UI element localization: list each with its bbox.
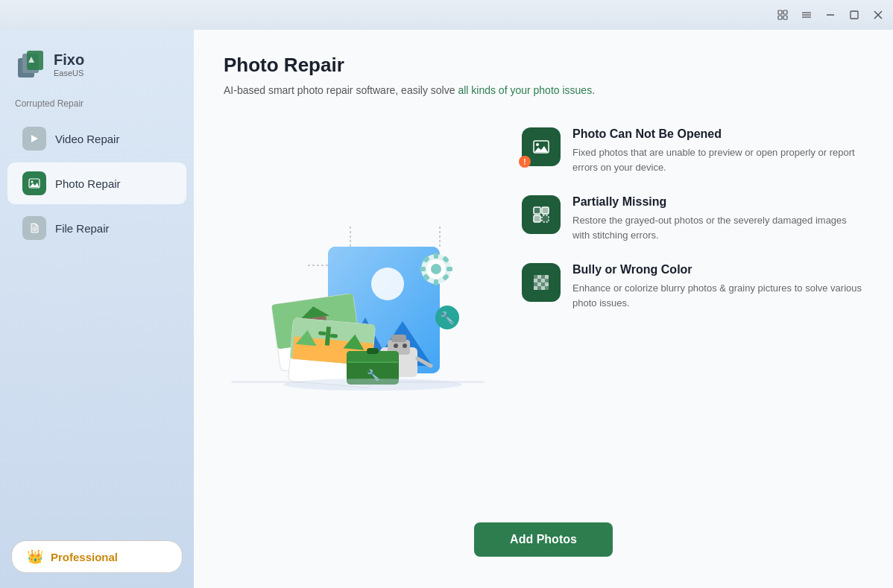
add-photos-button[interactable]: Add Photos	[474, 522, 613, 557]
svg-rect-73	[542, 207, 549, 214]
page-title: Photo Repair	[224, 54, 863, 77]
svg-rect-76	[534, 275, 537, 279]
subtitle-highlight: all kinds of your photo issues	[458, 84, 592, 96]
svg-rect-49	[318, 331, 326, 335]
svg-rect-77	[537, 275, 541, 279]
file-repair-icon	[22, 216, 46, 240]
feature-desc-1: Fixed photos that are unable to preview …	[572, 145, 863, 174]
svg-rect-33	[446, 267, 452, 271]
svg-rect-79	[545, 275, 549, 279]
illustration-area: 🔧	[224, 120, 492, 508]
feature-icon-wrap-1: !	[522, 127, 561, 166]
sidebar-item-photo-repair[interactable]: Photo Repair	[7, 162, 186, 204]
svg-point-70	[536, 143, 539, 146]
svg-rect-84	[534, 282, 537, 286]
svg-point-65	[283, 379, 462, 391]
close-icon[interactable]	[872, 9, 884, 21]
app-body: Fixo EaseUS Corrupted Repair Video Repai…	[0, 30, 893, 588]
illustration-svg: 🔧	[231, 202, 485, 426]
features-area: ! Photo Can Not Be Opened Fixed photos t…	[522, 120, 863, 508]
main-content: Photo Repair AI-based smart photo repair…	[194, 30, 893, 588]
sidebar-section-label: Corrupted Repair	[0, 98, 194, 116]
svg-rect-86	[541, 282, 545, 286]
feature-item-wrong-color: Bully or Wrong Color Enhance or colorize…	[522, 263, 863, 310]
svg-rect-74	[534, 215, 540, 222]
feature-icon-wrap-2	[522, 195, 561, 234]
svg-rect-13	[27, 51, 43, 70]
svg-rect-85	[537, 282, 541, 286]
wrong-color-icon	[522, 263, 561, 302]
svg-marker-71	[534, 146, 548, 152]
svg-rect-89	[537, 286, 541, 290]
logo-name: Fixo	[54, 51, 84, 69]
feature-badge-1: !	[519, 156, 531, 168]
feature-text-3: Bully or Wrong Color Enhance or colorize…	[572, 263, 863, 310]
sidebar: Fixo EaseUS Corrupted Repair Video Repai…	[0, 30, 194, 588]
professional-button[interactable]: 👑 Professional	[11, 540, 183, 573]
add-photos-wrap: Add Photos	[224, 508, 863, 564]
svg-marker-15	[31, 135, 38, 142]
logo-sub: EaseUS	[54, 69, 84, 78]
svg-rect-88	[534, 286, 537, 290]
svg-rect-55	[391, 335, 406, 342]
subtitle-start: AI-based smart photo repair software, ea…	[224, 84, 458, 96]
feature-text-2: Partially Missing Restore the grayed-out…	[572, 195, 863, 242]
feature-title-2: Partially Missing	[572, 195, 863, 209]
svg-rect-1	[783, 10, 787, 14]
svg-rect-32	[420, 267, 426, 271]
svg-point-24	[371, 268, 404, 300]
svg-point-29	[431, 264, 441, 274]
minimize-icon[interactable]	[824, 9, 836, 21]
feature-item-partially-missing: Partially Missing Restore the grayed-out…	[522, 195, 863, 242]
sidebar-item-label: File Repair	[55, 222, 110, 235]
svg-rect-30	[434, 253, 438, 259]
window-controls	[777, 9, 884, 21]
feature-title-1: Photo Can Not Be Opened	[572, 127, 863, 141]
svg-rect-31	[434, 279, 438, 285]
sidebar-item-label: Photo Repair	[55, 177, 121, 190]
crown-icon: 👑	[27, 549, 43, 565]
svg-rect-8	[851, 11, 858, 19]
svg-rect-2	[778, 16, 782, 19]
sidebar-item-file-repair[interactable]: File Repair	[7, 207, 186, 249]
grid-icon[interactable]	[777, 9, 789, 21]
svg-point-17	[31, 181, 34, 183]
logo-text: Fixo EaseUS	[54, 51, 84, 78]
sidebar-item-label: Video Repair	[55, 133, 119, 145]
svg-rect-3	[783, 16, 787, 19]
logo-icon	[15, 48, 48, 80]
partially-missing-icon	[522, 195, 561, 234]
menu-icon[interactable]	[801, 9, 812, 21]
svg-rect-50	[330, 334, 338, 338]
feature-icon-wrap-3	[522, 263, 561, 302]
feature-item-cannot-open: ! Photo Can Not Be Opened Fixed photos t…	[522, 127, 863, 174]
svg-rect-87	[545, 282, 549, 286]
svg-rect-91	[545, 286, 549, 290]
feature-desc-3: Enhance or colorize blurry photos & grai…	[572, 281, 863, 310]
maximize-icon[interactable]	[848, 9, 860, 21]
svg-rect-0	[778, 10, 782, 14]
professional-label: Professional	[51, 551, 118, 563]
svg-rect-81	[537, 279, 541, 282]
svg-text:🔧: 🔧	[440, 311, 455, 325]
page-subtitle: AI-based smart photo repair software, ea…	[224, 84, 863, 96]
subtitle-end: .	[592, 84, 595, 96]
sidebar-footer: 👑 Professional	[11, 540, 183, 573]
svg-rect-75	[542, 215, 549, 222]
feature-desc-2: Restore the grayed-out photos or the sev…	[572, 213, 863, 242]
svg-rect-62	[367, 348, 379, 354]
svg-rect-72	[534, 207, 540, 214]
content-area: 🔧	[224, 120, 863, 508]
svg-rect-83	[545, 279, 549, 282]
svg-rect-80	[534, 279, 537, 282]
feature-title-3: Bully or Wrong Color	[572, 263, 863, 276]
titlebar	[0, 0, 893, 30]
feature-text-1: Photo Can Not Be Opened Fixed photos tha…	[572, 127, 863, 174]
svg-point-56	[394, 344, 398, 348]
svg-rect-82	[541, 279, 545, 282]
video-repair-icon	[22, 127, 46, 151]
sidebar-item-video-repair[interactable]: Video Repair	[7, 118, 186, 159]
logo: Fixo EaseUS	[0, 42, 194, 98]
svg-rect-90	[541, 286, 545, 290]
svg-point-57	[403, 344, 407, 348]
